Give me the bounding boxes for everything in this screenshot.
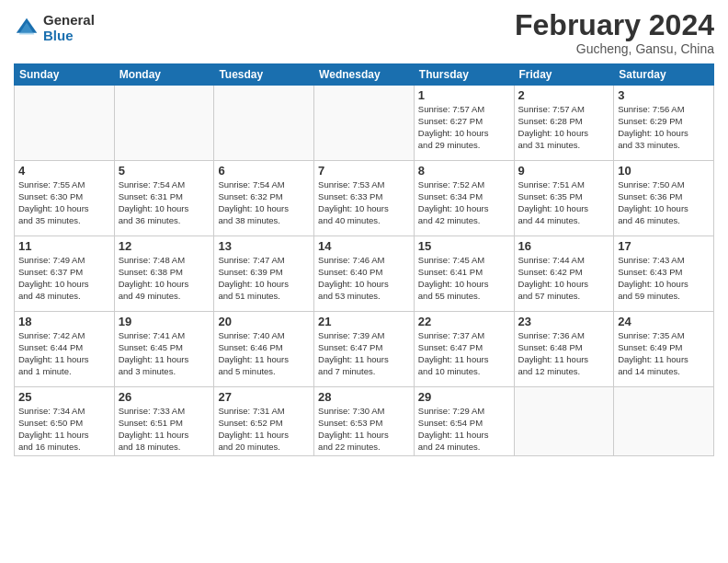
day-number: 26	[119, 390, 210, 404]
calendar-day-header: Friday	[514, 64, 614, 86]
calendar-cell: 11Sunrise: 7:49 AM Sunset: 6:37 PM Dayli…	[15, 236, 115, 312]
calendar-cell: 6Sunrise: 7:54 AM Sunset: 6:32 PM Daylig…	[214, 161, 314, 236]
calendar-cell: 1Sunrise: 7:57 AM Sunset: 6:27 PM Daylig…	[414, 86, 514, 161]
calendar-week-row: 11Sunrise: 7:49 AM Sunset: 6:37 PM Dayli…	[15, 236, 714, 312]
calendar-day-header: Thursday	[414, 64, 514, 86]
calendar-cell: 7Sunrise: 7:53 AM Sunset: 6:33 PM Daylig…	[314, 161, 415, 236]
calendar-table: SundayMondayTuesdayWednesdayThursdayFrid…	[14, 63, 714, 456]
calendar-day-header: Tuesday	[214, 64, 314, 86]
calendar-week-row: 25Sunrise: 7:34 AM Sunset: 6:50 PM Dayli…	[15, 387, 714, 456]
day-info: Sunrise: 7:34 AM Sunset: 6:50 PM Dayligh…	[18, 406, 110, 453]
day-info: Sunrise: 7:48 AM Sunset: 6:38 PM Dayligh…	[119, 255, 210, 302]
day-number: 27	[218, 390, 310, 404]
calendar-day-header: Saturday	[614, 64, 714, 86]
calendar-cell: 12Sunrise: 7:48 AM Sunset: 6:38 PM Dayli…	[114, 236, 214, 312]
day-info: Sunrise: 7:57 AM Sunset: 6:28 PM Dayligh…	[518, 104, 610, 151]
logo-icon	[14, 16, 40, 41]
day-number: 11	[18, 239, 110, 253]
day-info: Sunrise: 7:56 AM Sunset: 6:29 PM Dayligh…	[618, 104, 710, 151]
day-number: 29	[418, 390, 510, 404]
day-info: Sunrise: 7:47 AM Sunset: 6:39 PM Dayligh…	[218, 255, 310, 302]
day-info: Sunrise: 7:54 AM Sunset: 6:31 PM Dayligh…	[119, 179, 210, 226]
day-number: 8	[418, 164, 510, 178]
calendar-day-header: Wednesday	[314, 64, 415, 86]
calendar-cell: 4Sunrise: 7:55 AM Sunset: 6:30 PM Daylig…	[15, 161, 115, 236]
day-info: Sunrise: 7:45 AM Sunset: 6:41 PM Dayligh…	[418, 255, 510, 302]
day-info: Sunrise: 7:57 AM Sunset: 6:27 PM Dayligh…	[418, 104, 510, 151]
calendar-cell	[114, 86, 214, 161]
calendar-cell: 19Sunrise: 7:41 AM Sunset: 6:45 PM Dayli…	[114, 312, 214, 387]
calendar-cell: 2Sunrise: 7:57 AM Sunset: 6:28 PM Daylig…	[514, 86, 614, 161]
day-info: Sunrise: 7:37 AM Sunset: 6:47 PM Dayligh…	[418, 330, 510, 377]
calendar-header-row: SundayMondayTuesdayWednesdayThursdayFrid…	[15, 64, 714, 86]
calendar-cell: 16Sunrise: 7:44 AM Sunset: 6:42 PM Dayli…	[514, 236, 614, 312]
day-number: 12	[119, 239, 210, 253]
day-info: Sunrise: 7:35 AM Sunset: 6:49 PM Dayligh…	[618, 330, 710, 377]
calendar-cell: 5Sunrise: 7:54 AM Sunset: 6:31 PM Daylig…	[114, 161, 214, 236]
day-info: Sunrise: 7:51 AM Sunset: 6:35 PM Dayligh…	[518, 179, 610, 226]
day-info: Sunrise: 7:46 AM Sunset: 6:40 PM Dayligh…	[318, 255, 410, 302]
calendar-cell: 3Sunrise: 7:56 AM Sunset: 6:29 PM Daylig…	[614, 86, 714, 161]
day-info: Sunrise: 7:36 AM Sunset: 6:48 PM Dayligh…	[518, 330, 610, 377]
day-info: Sunrise: 7:41 AM Sunset: 6:45 PM Dayligh…	[119, 330, 210, 377]
day-number: 13	[218, 239, 310, 253]
page-container: General Blue February 2024 Gucheng, Gans…	[0, 0, 728, 461]
day-number: 25	[18, 390, 110, 404]
day-info: Sunrise: 7:52 AM Sunset: 6:34 PM Dayligh…	[418, 179, 510, 226]
calendar-cell: 9Sunrise: 7:51 AM Sunset: 6:35 PM Daylig…	[514, 161, 614, 236]
day-info: Sunrise: 7:39 AM Sunset: 6:47 PM Dayligh…	[318, 330, 410, 377]
day-number: 1	[418, 88, 510, 102]
calendar-cell: 22Sunrise: 7:37 AM Sunset: 6:47 PM Dayli…	[414, 312, 514, 387]
logo: General Blue	[14, 13, 95, 43]
day-number: 3	[618, 88, 710, 102]
logo-text: General Blue	[43, 13, 95, 43]
day-number: 19	[119, 315, 210, 328]
day-number: 20	[218, 315, 310, 328]
day-number: 18	[18, 315, 110, 328]
day-number: 7	[318, 164, 410, 178]
day-info: Sunrise: 7:54 AM Sunset: 6:32 PM Dayligh…	[218, 179, 310, 226]
day-info: Sunrise: 7:49 AM Sunset: 6:37 PM Dayligh…	[18, 255, 110, 302]
day-number: 14	[318, 239, 410, 253]
calendar-cell: 18Sunrise: 7:42 AM Sunset: 6:44 PM Dayli…	[15, 312, 115, 387]
calendar-cell	[614, 387, 714, 456]
day-number: 15	[418, 239, 510, 253]
calendar-cell: 24Sunrise: 7:35 AM Sunset: 6:49 PM Dayli…	[614, 312, 714, 387]
day-info: Sunrise: 7:53 AM Sunset: 6:33 PM Dayligh…	[318, 179, 410, 226]
day-info: Sunrise: 7:40 AM Sunset: 6:46 PM Dayligh…	[218, 330, 310, 377]
day-number: 9	[518, 164, 610, 178]
calendar-cell: 17Sunrise: 7:43 AM Sunset: 6:43 PM Dayli…	[614, 236, 714, 312]
day-number: 2	[518, 88, 610, 102]
day-info: Sunrise: 7:50 AM Sunset: 6:36 PM Dayligh…	[618, 179, 710, 226]
header: General Blue February 2024 Gucheng, Gans…	[14, 9, 714, 56]
calendar-cell: 28Sunrise: 7:30 AM Sunset: 6:53 PM Dayli…	[314, 387, 415, 456]
calendar-cell: 14Sunrise: 7:46 AM Sunset: 6:40 PM Dayli…	[314, 236, 415, 312]
day-number: 16	[518, 239, 610, 253]
calendar-cell: 20Sunrise: 7:40 AM Sunset: 6:46 PM Dayli…	[214, 312, 314, 387]
calendar-day-header: Monday	[114, 64, 214, 86]
calendar-cell	[214, 86, 314, 161]
day-info: Sunrise: 7:33 AM Sunset: 6:51 PM Dayligh…	[119, 406, 210, 453]
day-number: 5	[119, 164, 210, 178]
calendar-cell	[15, 86, 115, 161]
calendar-cell: 29Sunrise: 7:29 AM Sunset: 6:54 PM Dayli…	[414, 387, 514, 456]
calendar-cell: 26Sunrise: 7:33 AM Sunset: 6:51 PM Dayli…	[114, 387, 214, 456]
calendar-cell: 10Sunrise: 7:50 AM Sunset: 6:36 PM Dayli…	[614, 161, 714, 236]
logo-blue: Blue	[43, 29, 95, 44]
day-info: Sunrise: 7:44 AM Sunset: 6:42 PM Dayligh…	[518, 255, 610, 302]
location-title: Gucheng, Gansu, China	[515, 41, 714, 56]
day-number: 17	[618, 239, 710, 253]
day-number: 4	[18, 164, 110, 178]
title-area: February 2024 Gucheng, Gansu, China	[515, 9, 714, 56]
calendar-cell	[514, 387, 614, 456]
calendar-day-header: Sunday	[15, 64, 115, 86]
calendar-cell: 15Sunrise: 7:45 AM Sunset: 6:41 PM Dayli…	[414, 236, 514, 312]
day-info: Sunrise: 7:42 AM Sunset: 6:44 PM Dayligh…	[18, 330, 110, 377]
calendar-cell: 13Sunrise: 7:47 AM Sunset: 6:39 PM Dayli…	[214, 236, 314, 312]
calendar-cell	[314, 86, 415, 161]
month-title: February 2024	[515, 9, 714, 41]
day-number: 28	[318, 390, 410, 404]
day-number: 10	[618, 164, 710, 178]
day-info: Sunrise: 7:31 AM Sunset: 6:52 PM Dayligh…	[218, 406, 310, 453]
day-number: 24	[618, 315, 710, 328]
